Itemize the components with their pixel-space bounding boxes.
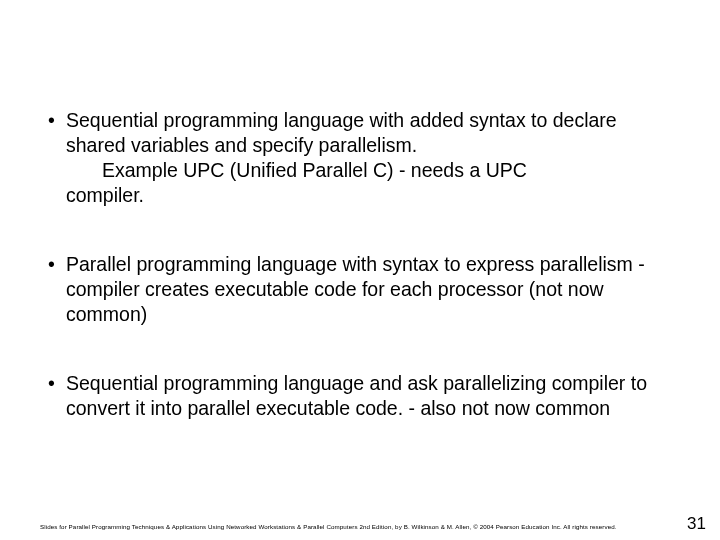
bullet-1-example-line-a: Example UPC (Unified Parallel C) - needs… <box>102 158 672 183</box>
slide-body: • Sequential programming language with a… <box>48 108 672 421</box>
bullet-1-example-line-b: compiler. <box>66 184 144 206</box>
bullet-dot-icon: • <box>48 252 66 277</box>
bullet-2-text: Parallel programming language with synta… <box>66 252 672 327</box>
bullet-3-text: Sequential programming language and ask … <box>66 371 672 421</box>
bullet-3: • Sequential programming language and as… <box>48 371 672 421</box>
bullet-1-line1: Sequential programming language with add… <box>66 109 617 156</box>
bullet-1: • Sequential programming language with a… <box>48 108 672 208</box>
bullet-1-text: Sequential programming language with add… <box>66 108 672 208</box>
bullet-2: • Parallel programming language with syn… <box>48 252 672 327</box>
footer-citation: Slides for Parallel Programming Techniqu… <box>40 523 617 530</box>
bullet-dot-icon: • <box>48 108 66 133</box>
slide: • Sequential programming language with a… <box>0 0 720 540</box>
bullet-dot-icon: • <box>48 371 66 396</box>
page-number: 31 <box>687 514 706 534</box>
